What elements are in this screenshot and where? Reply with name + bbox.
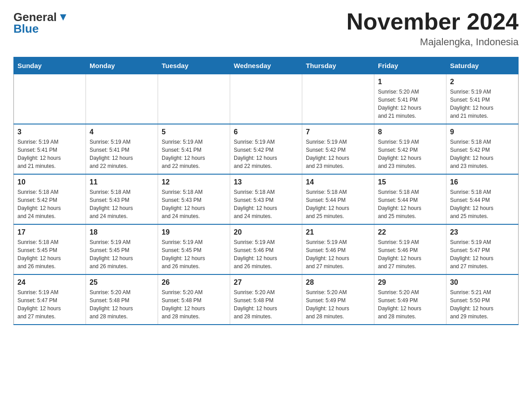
calendar-cell: 12Sunrise: 5:18 AM Sunset: 5:43 PM Dayli… xyxy=(158,174,230,224)
weekday-header-tuesday: Tuesday xyxy=(158,57,230,74)
weekday-header-thursday: Thursday xyxy=(302,57,374,74)
day-number: 28 xyxy=(306,278,370,287)
day-number: 23 xyxy=(450,228,515,236)
calendar-cell: 7Sunrise: 5:19 AM Sunset: 5:42 PM Daylig… xyxy=(302,124,374,174)
calendar-cell: 2Sunrise: 5:19 AM Sunset: 5:41 PM Daylig… xyxy=(446,74,519,124)
weekday-header-friday: Friday xyxy=(374,57,446,74)
day-number: 3 xyxy=(17,128,82,136)
day-info: Sunrise: 5:19 AM Sunset: 5:41 PM Dayligh… xyxy=(450,88,515,120)
calendar-cell: 11Sunrise: 5:18 AM Sunset: 5:43 PM Dayli… xyxy=(86,174,158,224)
calendar-week-row: 3Sunrise: 5:19 AM Sunset: 5:41 PM Daylig… xyxy=(14,124,519,174)
day-number: 12 xyxy=(162,178,226,186)
calendar-cell: 17Sunrise: 5:18 AM Sunset: 5:45 PM Dayli… xyxy=(14,224,86,274)
calendar-cell: 1Sunrise: 5:20 AM Sunset: 5:41 PM Daylig… xyxy=(374,74,446,124)
calendar-cell: 9Sunrise: 5:18 AM Sunset: 5:42 PM Daylig… xyxy=(446,124,519,174)
calendar-cell: 21Sunrise: 5:19 AM Sunset: 5:46 PM Dayli… xyxy=(302,224,374,274)
day-info: Sunrise: 5:19 AM Sunset: 5:45 PM Dayligh… xyxy=(90,238,154,270)
day-info: Sunrise: 5:18 AM Sunset: 5:43 PM Dayligh… xyxy=(162,188,226,220)
location-subtitle: Majalengka, Indonesia xyxy=(347,36,519,48)
day-number: 17 xyxy=(17,228,82,236)
day-info: Sunrise: 5:20 AM Sunset: 5:49 PM Dayligh… xyxy=(378,288,442,321)
day-info: Sunrise: 5:18 AM Sunset: 5:44 PM Dayligh… xyxy=(450,188,515,220)
logo-triangle-icon xyxy=(58,13,68,22)
day-number: 7 xyxy=(306,128,370,136)
day-info: Sunrise: 5:19 AM Sunset: 5:41 PM Dayligh… xyxy=(17,138,82,170)
calendar-cell: 24Sunrise: 5:19 AM Sunset: 5:47 PM Dayli… xyxy=(14,274,86,325)
day-info: Sunrise: 5:19 AM Sunset: 5:46 PM Dayligh… xyxy=(378,238,442,270)
calendar-cell: 10Sunrise: 5:18 AM Sunset: 5:42 PM Dayli… xyxy=(14,174,86,224)
calendar-week-row: 1Sunrise: 5:20 AM Sunset: 5:41 PM Daylig… xyxy=(14,74,519,124)
day-number: 1 xyxy=(378,78,442,86)
calendar-cell: 22Sunrise: 5:19 AM Sunset: 5:46 PM Dayli… xyxy=(374,224,446,274)
day-info: Sunrise: 5:19 AM Sunset: 5:45 PM Dayligh… xyxy=(162,238,226,270)
day-number: 4 xyxy=(90,128,154,136)
day-number: 19 xyxy=(162,228,226,236)
day-number: 29 xyxy=(378,278,442,287)
calendar-week-row: 10Sunrise: 5:18 AM Sunset: 5:42 PM Dayli… xyxy=(14,174,519,224)
calendar-cell: 27Sunrise: 5:20 AM Sunset: 5:48 PM Dayli… xyxy=(230,274,302,325)
day-info: Sunrise: 5:19 AM Sunset: 5:41 PM Dayligh… xyxy=(162,138,226,170)
weekday-header-row: SundayMondayTuesdayWednesdayThursdayFrid… xyxy=(14,57,519,74)
weekday-header-sunday: Sunday xyxy=(14,57,86,74)
day-info: Sunrise: 5:20 AM Sunset: 5:49 PM Dayligh… xyxy=(306,288,370,321)
day-info: Sunrise: 5:20 AM Sunset: 5:48 PM Dayligh… xyxy=(162,288,226,321)
day-info: Sunrise: 5:18 AM Sunset: 5:42 PM Dayligh… xyxy=(17,188,82,220)
day-info: Sunrise: 5:18 AM Sunset: 5:43 PM Dayligh… xyxy=(234,188,298,220)
day-info: Sunrise: 5:19 AM Sunset: 5:42 PM Dayligh… xyxy=(306,138,370,170)
day-info: Sunrise: 5:21 AM Sunset: 5:50 PM Dayligh… xyxy=(450,288,515,321)
day-info: Sunrise: 5:19 AM Sunset: 5:46 PM Dayligh… xyxy=(234,238,298,270)
logo-blue-text: Blue xyxy=(13,23,39,34)
day-info: Sunrise: 5:18 AM Sunset: 5:42 PM Dayligh… xyxy=(450,138,515,170)
logo-general-text: General xyxy=(13,11,57,23)
day-info: Sunrise: 5:19 AM Sunset: 5:42 PM Dayligh… xyxy=(234,138,298,170)
day-number: 20 xyxy=(234,228,298,236)
calendar-cell xyxy=(86,74,158,124)
day-info: Sunrise: 5:19 AM Sunset: 5:42 PM Dayligh… xyxy=(378,138,442,170)
day-info: Sunrise: 5:20 AM Sunset: 5:48 PM Dayligh… xyxy=(234,288,298,321)
calendar-cell: 15Sunrise: 5:18 AM Sunset: 5:44 PM Dayli… xyxy=(374,174,446,224)
day-info: Sunrise: 5:19 AM Sunset: 5:47 PM Dayligh… xyxy=(17,288,82,321)
day-number: 18 xyxy=(90,228,154,236)
calendar-cell: 16Sunrise: 5:18 AM Sunset: 5:44 PM Dayli… xyxy=(446,174,519,224)
calendar-cell: 5Sunrise: 5:19 AM Sunset: 5:41 PM Daylig… xyxy=(158,124,230,174)
title-section: November 2024 Majalengka, Indonesia xyxy=(347,9,519,48)
day-number: 16 xyxy=(450,178,515,186)
calendar-table: SundayMondayTuesdayWednesdayThursdayFrid… xyxy=(13,57,519,325)
day-info: Sunrise: 5:18 AM Sunset: 5:45 PM Dayligh… xyxy=(17,238,82,270)
day-info: Sunrise: 5:20 AM Sunset: 5:41 PM Dayligh… xyxy=(378,88,442,120)
day-number: 5 xyxy=(162,128,226,136)
calendar-cell: 18Sunrise: 5:19 AM Sunset: 5:45 PM Dayli… xyxy=(86,224,158,274)
calendar-cell: 13Sunrise: 5:18 AM Sunset: 5:43 PM Dayli… xyxy=(230,174,302,224)
calendar-cell xyxy=(302,74,374,124)
day-info: Sunrise: 5:19 AM Sunset: 5:47 PM Dayligh… xyxy=(450,238,515,270)
calendar-cell: 30Sunrise: 5:21 AM Sunset: 5:50 PM Dayli… xyxy=(446,274,519,325)
calendar-cell: 20Sunrise: 5:19 AM Sunset: 5:46 PM Dayli… xyxy=(230,224,302,274)
day-info: Sunrise: 5:19 AM Sunset: 5:46 PM Dayligh… xyxy=(306,238,370,270)
weekday-header-saturday: Saturday xyxy=(446,57,519,74)
calendar-cell xyxy=(158,74,230,124)
day-number: 8 xyxy=(378,128,442,136)
day-number: 15 xyxy=(378,178,442,186)
month-title: November 2024 xyxy=(347,9,519,34)
day-number: 25 xyxy=(90,278,154,287)
calendar-cell xyxy=(14,74,86,124)
day-info: Sunrise: 5:18 AM Sunset: 5:44 PM Dayligh… xyxy=(378,188,442,220)
svg-marker-0 xyxy=(60,14,66,21)
day-number: 21 xyxy=(306,228,370,236)
weekday-header-wednesday: Wednesday xyxy=(230,57,302,74)
calendar-cell: 6Sunrise: 5:19 AM Sunset: 5:42 PM Daylig… xyxy=(230,124,302,174)
day-number: 10 xyxy=(17,178,82,186)
day-number: 9 xyxy=(450,128,515,136)
calendar-cell xyxy=(230,74,302,124)
day-number: 24 xyxy=(17,278,82,287)
day-number: 11 xyxy=(90,178,154,186)
calendar-week-row: 24Sunrise: 5:19 AM Sunset: 5:47 PM Dayli… xyxy=(14,274,519,325)
logo: General Blue xyxy=(13,9,68,34)
calendar-cell: 8Sunrise: 5:19 AM Sunset: 5:42 PM Daylig… xyxy=(374,124,446,174)
calendar-cell: 26Sunrise: 5:20 AM Sunset: 5:48 PM Dayli… xyxy=(158,274,230,325)
calendar-cell: 28Sunrise: 5:20 AM Sunset: 5:49 PM Dayli… xyxy=(302,274,374,325)
calendar-cell: 3Sunrise: 5:19 AM Sunset: 5:41 PM Daylig… xyxy=(14,124,86,174)
day-number: 14 xyxy=(306,178,370,186)
calendar-cell: 23Sunrise: 5:19 AM Sunset: 5:47 PM Dayli… xyxy=(446,224,519,274)
calendar-cell: 4Sunrise: 5:19 AM Sunset: 5:41 PM Daylig… xyxy=(86,124,158,174)
